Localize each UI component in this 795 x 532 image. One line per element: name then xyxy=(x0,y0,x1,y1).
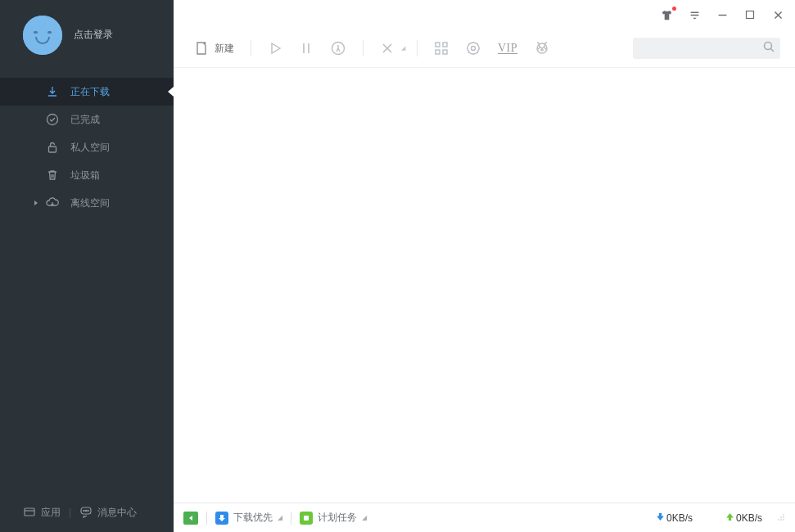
divider xyxy=(417,40,418,56)
trash-icon xyxy=(46,169,59,182)
pause-button[interactable] xyxy=(292,38,320,59)
avatar[interactable] xyxy=(23,16,62,55)
vip-button[interactable]: VIP xyxy=(491,38,524,58)
nav-label: 正在下载 xyxy=(70,85,110,99)
svg-point-16 xyxy=(765,43,772,50)
svg-point-0 xyxy=(47,115,58,125)
svg-rect-2 xyxy=(25,508,34,516)
skin-button[interactable] xyxy=(659,7,674,22)
svg-point-18 xyxy=(783,514,784,516)
schedule-icon xyxy=(300,512,313,525)
divider xyxy=(251,40,251,56)
search-icon xyxy=(762,40,775,56)
start-button[interactable] xyxy=(261,38,289,59)
settings-button[interactable] xyxy=(458,37,488,60)
svg-point-19 xyxy=(780,516,782,518)
maximize-button[interactable] xyxy=(743,7,757,22)
status-schedule[interactable]: 计划任务 ◢ xyxy=(300,511,367,525)
resize-grip[interactable] xyxy=(777,512,785,524)
divider xyxy=(363,40,364,56)
new-button-label: 新建 xyxy=(215,42,234,56)
cloud-icon xyxy=(46,196,59,210)
close-button[interactable] xyxy=(770,7,785,22)
main-area: 新建 ◢ xyxy=(174,0,795,532)
chevron-down-icon: ◢ xyxy=(362,514,367,521)
svg-point-5 xyxy=(86,510,87,511)
priority-button[interactable] xyxy=(323,37,353,60)
svg-rect-1 xyxy=(49,147,56,152)
nav-item-downloading[interactable]: 正在下载 xyxy=(0,78,174,106)
content-area xyxy=(174,67,795,503)
nav-item-trash[interactable]: 垃圾箱 xyxy=(0,161,174,189)
reward-button[interactable] xyxy=(527,37,557,60)
statusbar: 下载优先 ◢ 计划任务 ◢ 0KB/s xyxy=(174,503,795,532)
sidebar-nav: 正在下载 已完成 私人空间 垃圾箱 xyxy=(0,70,174,217)
download-icon xyxy=(46,85,59,98)
delete-button[interactable]: ◢ xyxy=(373,38,407,59)
arrow-up-icon xyxy=(725,512,734,524)
footer-apps[interactable]: 应用 xyxy=(23,505,61,521)
chevron-down-icon: ◢ xyxy=(278,514,282,521)
sidebar-header: 点击登录 xyxy=(0,0,174,70)
search-input[interactable] xyxy=(639,43,762,54)
menu-button[interactable] xyxy=(687,7,702,22)
check-circle-icon xyxy=(46,113,59,126)
priority-icon xyxy=(215,512,228,525)
status-schedule-label: 计划任务 xyxy=(318,511,357,525)
status-priority[interactable]: 下载优先 ◢ xyxy=(215,511,282,525)
nav-label: 已完成 xyxy=(70,113,100,127)
lock-open-icon xyxy=(46,141,59,154)
upload-speed-value: 0KB/s xyxy=(736,512,762,524)
nav-label: 离线空间 xyxy=(70,196,110,210)
sidebar: 点击登录 正在下载 已完成 私人空间 xyxy=(0,0,174,532)
nav-item-private[interactable]: 私人空间 xyxy=(0,133,174,161)
message-icon xyxy=(79,505,93,521)
footer-messages-label: 消息中心 xyxy=(97,506,137,520)
chevron-down-icon: ◢ xyxy=(401,45,405,52)
nav-item-offline[interactable]: 离线空间 xyxy=(0,189,174,217)
svg-rect-12 xyxy=(443,50,447,54)
toolbar: 新建 ◢ xyxy=(174,29,795,67)
sidebar-footer: 应用 | 消息中心 xyxy=(0,493,174,532)
svg-point-14 xyxy=(472,47,476,51)
svg-point-6 xyxy=(88,510,88,511)
notification-dot xyxy=(672,7,676,11)
nav-label: 私人空间 xyxy=(70,141,110,155)
collapse-button[interactable] xyxy=(183,512,198,525)
svg-point-22 xyxy=(780,519,782,521)
svg-rect-11 xyxy=(436,50,440,54)
divider: | xyxy=(69,507,71,518)
svg-point-4 xyxy=(84,510,84,511)
arrow-down-icon xyxy=(656,512,665,524)
search-box[interactable] xyxy=(633,38,780,59)
nav-item-completed[interactable]: 已完成 xyxy=(0,106,174,133)
svg-point-20 xyxy=(783,516,784,518)
nav-label: 垃圾箱 xyxy=(70,169,100,183)
status-priority-label: 下载优先 xyxy=(233,511,273,525)
new-button[interactable]: 新建 xyxy=(187,37,241,60)
svg-point-21 xyxy=(778,519,779,521)
footer-apps-label: 应用 xyxy=(41,506,61,520)
login-link[interactable]: 点击登录 xyxy=(74,28,113,42)
svg-rect-7 xyxy=(747,11,754,19)
svg-point-23 xyxy=(783,519,784,521)
vip-label: VIP xyxy=(498,42,517,55)
svg-rect-10 xyxy=(443,43,447,47)
minimize-button[interactable] xyxy=(715,7,730,22)
upload-speed: 0KB/s xyxy=(725,512,762,524)
titlebar xyxy=(174,0,795,29)
footer-messages[interactable]: 消息中心 xyxy=(79,505,137,521)
download-speed-value: 0KB/s xyxy=(666,512,693,524)
svg-rect-17 xyxy=(304,516,309,521)
chevron-right-icon xyxy=(33,199,39,208)
qrcode-button[interactable] xyxy=(427,38,455,59)
apps-icon xyxy=(23,505,36,521)
divider xyxy=(291,512,291,525)
svg-point-13 xyxy=(468,43,479,54)
svg-rect-9 xyxy=(436,43,440,47)
download-speed: 0KB/s xyxy=(656,512,693,524)
divider xyxy=(206,512,207,525)
